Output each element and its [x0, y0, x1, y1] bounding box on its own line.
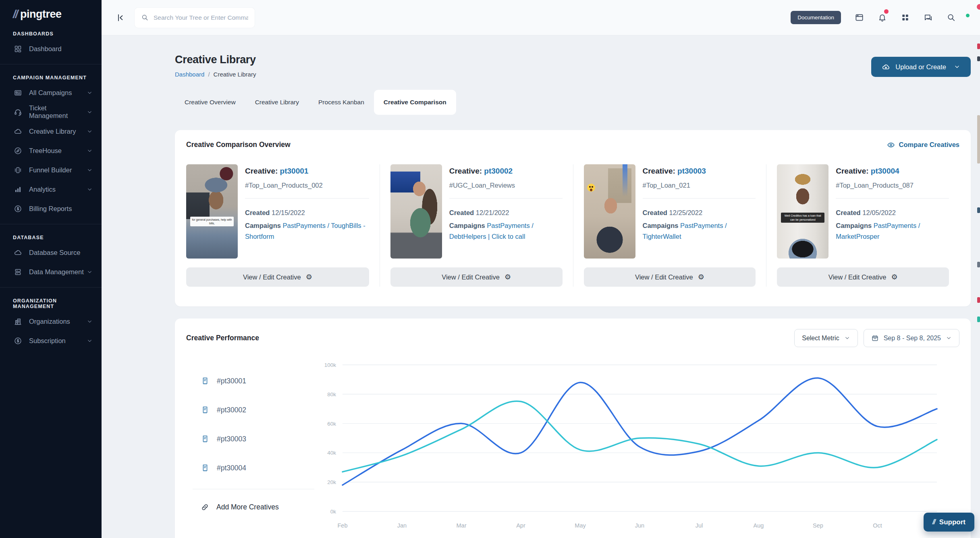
- sidebar-item-funnel-builder[interactable]: Funnel Builder: [0, 160, 102, 180]
- apps-grid-icon[interactable]: [901, 13, 910, 22]
- creative-id-link[interactable]: pt30004: [871, 167, 899, 175]
- screen-edge-artifact: [977, 207, 980, 213]
- chevron-down-icon: [954, 64, 960, 70]
- divider: [643, 198, 756, 199]
- sidebar-item-database-source[interactable]: Database Source: [0, 243, 102, 262]
- svg-text:Jul: Jul: [696, 522, 703, 529]
- divider: [449, 198, 563, 199]
- creative-thumbnail[interactable]: [584, 164, 635, 259]
- sidebar-item-data-management[interactable]: Data Management: [0, 262, 102, 281]
- chevron-down-icon: [87, 128, 93, 134]
- thumbnail-caption: for general purchases, help with bills,: [190, 217, 234, 227]
- creative-id-link[interactable]: pt30002: [484, 167, 513, 175]
- creative-created: Created 12/21/2022: [449, 209, 563, 217]
- search-input[interactable]: [154, 14, 248, 21]
- list-item-pt30002[interactable]: #pt30002: [201, 395, 314, 424]
- svg-text:Jun: Jun: [635, 522, 644, 529]
- line-chart[interactable]: 0k20k40k60k80k100kFebJanMarAprMayJunJulA…: [314, 361, 959, 538]
- svg-text:Mar: Mar: [457, 522, 467, 529]
- creative-id-link[interactable]: pt30003: [677, 167, 706, 175]
- sidebar-item-subscription[interactable]: Subscription: [0, 331, 102, 350]
- view-edit-creative-button[interactable]: View / Edit Creative⚙: [390, 267, 563, 287]
- sidebar-item-organizations[interactable]: Organizations: [0, 312, 102, 331]
- headset-icon: [14, 108, 22, 116]
- search-icon[interactable]: [947, 13, 956, 22]
- screen-edge-artifact: [977, 115, 980, 163]
- list-item-pt30003[interactable]: #pt30003: [201, 424, 314, 453]
- select-metric-dropdown[interactable]: Select Metric: [794, 329, 858, 347]
- view-edit-creative-button[interactable]: View / Edit Creative⚙: [186, 267, 369, 287]
- sidebar-item-creative-library[interactable]: Creative Library: [0, 122, 102, 141]
- compare-creatives-link[interactable]: Compare Creatives: [887, 141, 959, 149]
- creative-thumbnail[interactable]: Well Creditivo has a loan that can be pe…: [777, 164, 828, 259]
- sidebar-item-label: Subscription: [29, 337, 66, 345]
- sidebar-item-treehouse[interactable]: TreeHouse: [0, 141, 102, 160]
- svg-text:Apr: Apr: [516, 522, 525, 529]
- date-range-picker[interactable]: Sep 8 - Sep 8, 2025: [864, 329, 959, 347]
- creative-card: Well Creditivo has a loan that can be pe…: [766, 164, 959, 287]
- sidebar-item-dashboard[interactable]: Dashboard: [0, 39, 102, 58]
- sidebar-section-dashboards: DASHBOARDS: [0, 21, 102, 39]
- notifications[interactable]: [878, 13, 887, 22]
- creative-thumbnail[interactable]: [390, 164, 442, 259]
- sidebar-item-label: All Campaigns: [29, 89, 72, 97]
- sidebar-section-organization-management: ORGANIZATION MANAGEMENT: [0, 288, 102, 312]
- creative-campaigns: Campaigns PastPayments / MarketProsper: [836, 220, 949, 242]
- creative-comparison-overview-card: Creative Comparison Overview Compare Cre…: [175, 130, 971, 306]
- topbar: Documentation: [102, 0, 980, 35]
- app-logo[interactable]: // pingtree: [0, 0, 102, 21]
- main-content: Creative Library Dashboard / Creative Li…: [102, 36, 980, 538]
- compared-creatives-list: #pt30001 #pt30002 #pt30003 #pt30004: [186, 361, 314, 538]
- sidebar-item-analytics[interactable]: Analytics: [0, 180, 102, 199]
- divider: [245, 198, 369, 199]
- support-logo-icon: //: [932, 518, 935, 526]
- global-search[interactable]: [135, 8, 255, 28]
- sidebar-item-label: Analytics: [29, 186, 56, 193]
- tab-process-kanban[interactable]: Process Kanban: [309, 90, 374, 115]
- chevron-down-icon: [87, 186, 93, 192]
- list-item-pt30004[interactable]: #pt30004: [201, 453, 314, 482]
- compare-creatives-label: Compare Creatives: [899, 141, 959, 149]
- gear-icon: ⚙: [306, 273, 312, 281]
- chat-icon[interactable]: [924, 13, 933, 22]
- online-status-dot: [965, 13, 970, 18]
- compass-icon: [14, 147, 22, 155]
- breadcrumb: Dashboard / Creative Library: [175, 71, 256, 78]
- breadcrumb-dashboard[interactable]: Dashboard: [175, 71, 204, 78]
- receipt-icon: [201, 435, 210, 443]
- creative-thumbnail[interactable]: for general purchases, help with bills,: [186, 164, 238, 259]
- cloud-icon: [14, 127, 22, 136]
- tab-creative-comparison[interactable]: Creative Comparison: [374, 90, 456, 115]
- add-more-creatives-link[interactable]: Add More Creatives: [201, 489, 314, 525]
- view-edit-creative-button[interactable]: View / Edit Creative⚙: [777, 267, 949, 287]
- svg-text:May: May: [575, 522, 586, 529]
- view-edit-creative-button[interactable]: View / Edit Creative⚙: [584, 267, 756, 287]
- breadcrumb-current: Creative Library: [214, 71, 256, 78]
- building-icon: [14, 317, 22, 326]
- creative-id-link[interactable]: pt30001: [280, 167, 309, 175]
- sidebar-item-label: Dashboard: [29, 45, 62, 53]
- sidebar-collapse-icon[interactable]: [115, 13, 125, 23]
- list-item-pt30001[interactable]: #pt30001: [201, 366, 314, 395]
- documentation-button[interactable]: Documentation: [791, 11, 841, 24]
- dollar-circle-icon: [14, 205, 22, 213]
- chevron-down-icon: [87, 148, 93, 154]
- support-button[interactable]: // Support: [924, 513, 974, 532]
- upload-or-create-button[interactable]: Upload or Create: [871, 57, 971, 77]
- select-metric-label: Select Metric: [802, 335, 839, 342]
- svg-text:Oct: Oct: [873, 522, 882, 529]
- chevron-down-icon: [87, 167, 93, 173]
- screen-edge-artifact: [977, 43, 980, 49]
- sidebar-item-all-campaigns[interactable]: All Campaigns: [0, 83, 102, 102]
- tab-creative-overview[interactable]: Creative Overview: [175, 90, 245, 115]
- window-icon[interactable]: [855, 13, 864, 22]
- tab-creative-library[interactable]: Creative Library: [245, 90, 309, 115]
- performance-card-title: Creative Performance: [186, 334, 259, 342]
- sidebar-item-billing-reports[interactable]: Billing Reports: [0, 199, 102, 218]
- screen-edge-artifact: [977, 262, 980, 267]
- sidebar-item-ticket-management[interactable]: Ticket Management: [0, 102, 102, 122]
- svg-text:Aug: Aug: [754, 522, 764, 529]
- receipt-icon: [201, 377, 210, 385]
- upload-button-label: Upload or Create: [895, 63, 946, 71]
- divider: [836, 198, 949, 199]
